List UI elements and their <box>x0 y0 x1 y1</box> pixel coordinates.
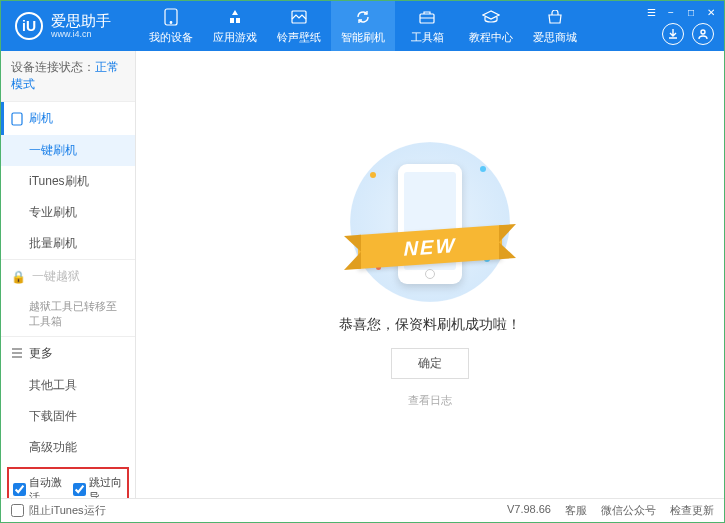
toolbox-icon <box>418 8 436 26</box>
nav-label: 应用游戏 <box>213 30 257 45</box>
logo-area: iU 爱思助手 www.i4.cn <box>1 12 125 40</box>
sidebar-item-oneclick-flash[interactable]: 一键刷机 <box>1 135 135 166</box>
update-link[interactable]: 检查更新 <box>670 503 714 518</box>
app-name: 爱思助手 <box>51 13 111 30</box>
store-icon <box>546 8 564 26</box>
nav-label: 智能刷机 <box>341 30 385 45</box>
lock-icon: 🔒 <box>11 270 26 284</box>
sidebar-item-advanced[interactable]: 高级功能 <box>1 432 135 463</box>
section-title: 一键越狱 <box>32 268 80 285</box>
nav-ringtones[interactable]: 铃声壁纸 <box>267 1 331 51</box>
sidebar-section-jailbreak: 🔒 一键越狱 <box>1 260 135 293</box>
nav-label: 铃声壁纸 <box>277 30 321 45</box>
logo-icon: iU <box>15 12 43 40</box>
success-illustration: NEW <box>350 142 510 302</box>
status-bar: 阻止iTunes运行 V7.98.66 客服 微信公众号 检查更新 <box>1 498 724 522</box>
svg-point-1 <box>170 21 172 23</box>
auto-activate-checkbox[interactable]: 自动激活 <box>13 475 63 498</box>
header-actions <box>662 23 714 45</box>
close-icon[interactable]: ✕ <box>704 5 718 19</box>
main-content: NEW 恭喜您，保资料刷机成功啦！ 确定 查看日志 <box>136 51 724 498</box>
app-url: www.i4.cn <box>51 29 111 39</box>
confirm-button[interactable]: 确定 <box>391 348 469 379</box>
minimize-icon[interactable]: − <box>664 5 678 19</box>
nav-my-device[interactable]: 我的设备 <box>139 1 203 51</box>
skip-guide-checkbox[interactable]: 跳过向导 <box>73 475 123 498</box>
section-title: 更多 <box>29 345 53 362</box>
refresh-icon <box>354 8 372 26</box>
app-header: iU 爱思助手 www.i4.cn 我的设备 应用游戏 铃声壁纸 智能刷机 工具… <box>1 1 724 51</box>
version-label: V7.98.66 <box>507 503 551 518</box>
nav-label: 爱思商城 <box>533 30 577 45</box>
nav-store[interactable]: 爱思商城 <box>523 1 587 51</box>
options-box: 自动激活 跳过向导 <box>7 467 129 498</box>
view-log-link[interactable]: 查看日志 <box>408 393 452 408</box>
download-icon[interactable] <box>662 23 684 45</box>
sidebar: 设备连接状态：正常模式 刷机 一键刷机 iTunes刷机 专业刷机 批量刷机 🔒… <box>1 51 136 498</box>
phone-icon <box>11 112 23 126</box>
menu-icon[interactable]: ☰ <box>644 5 658 19</box>
nav-label: 教程中心 <box>469 30 513 45</box>
list-icon <box>11 348 23 358</box>
sidebar-section-more[interactable]: 更多 <box>1 337 135 370</box>
section-title: 刷机 <box>29 110 53 127</box>
nav-apps[interactable]: 应用游戏 <box>203 1 267 51</box>
user-icon[interactable] <box>692 23 714 45</box>
checkbox-label: 跳过向导 <box>89 475 123 498</box>
wechat-link[interactable]: 微信公众号 <box>601 503 656 518</box>
phone-icon <box>162 8 180 26</box>
nav-label: 工具箱 <box>411 30 444 45</box>
nav-flash[interactable]: 智能刷机 <box>331 1 395 51</box>
checkbox-label: 自动激活 <box>29 475 63 498</box>
sidebar-item-pro-flash[interactable]: 专业刷机 <box>1 197 135 228</box>
jailbreak-note: 越狱工具已转移至工具箱 <box>1 293 135 336</box>
apps-icon <box>226 8 244 26</box>
wallpaper-icon <box>290 8 308 26</box>
main-nav: 我的设备 应用游戏 铃声壁纸 智能刷机 工具箱 教程中心 爱思商城 <box>139 1 587 51</box>
svg-rect-5 <box>12 113 22 125</box>
status-label: 设备连接状态： <box>11 60 95 74</box>
sidebar-section-flash[interactable]: 刷机 <box>1 102 135 135</box>
checkbox-label: 阻止iTunes运行 <box>29 503 106 518</box>
success-message: 恭喜您，保资料刷机成功啦！ <box>339 316 521 334</box>
connection-status: 设备连接状态：正常模式 <box>1 51 135 101</box>
support-link[interactable]: 客服 <box>565 503 587 518</box>
nav-label: 我的设备 <box>149 30 193 45</box>
nav-toolbox[interactable]: 工具箱 <box>395 1 459 51</box>
sidebar-item-itunes-flash[interactable]: iTunes刷机 <box>1 166 135 197</box>
sidebar-item-download-fw[interactable]: 下载固件 <box>1 401 135 432</box>
window-controls: ☰ − □ ✕ <box>644 5 718 19</box>
hat-icon <box>482 8 500 26</box>
sidebar-item-batch-flash[interactable]: 批量刷机 <box>1 228 135 259</box>
svg-point-4 <box>701 30 705 34</box>
block-itunes-checkbox[interactable]: 阻止iTunes运行 <box>11 503 106 518</box>
nav-tutorials[interactable]: 教程中心 <box>459 1 523 51</box>
maximize-icon[interactable]: □ <box>684 5 698 19</box>
sidebar-item-other-tools[interactable]: 其他工具 <box>1 370 135 401</box>
